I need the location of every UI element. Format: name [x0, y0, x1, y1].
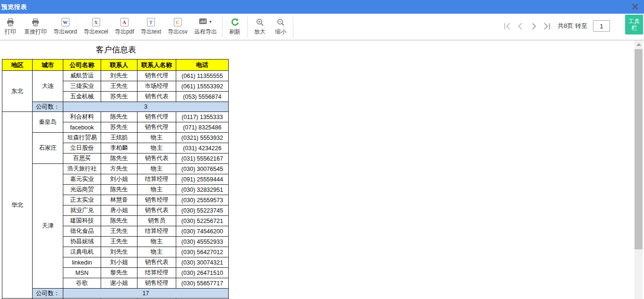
phone-cell: (091) 25559444 [176, 174, 229, 185]
scrollbar-thumb[interactable] [635, 49, 643, 249]
company-cell: 浩天旅行社 [63, 164, 101, 174]
export-text-button[interactable]: T 导出text [137, 15, 164, 39]
contact-title-cell: 结算经理 [137, 174, 176, 185]
report-table-body: 东北大连威航货运刘先生销售代理(061) 11355555三捷实业王先生市场经理… [2, 71, 229, 299]
company-cell: 利合材料 [63, 112, 101, 122]
toolbar-button-label: 刷新 [229, 28, 240, 36]
contact-cell: 王先生 [101, 237, 137, 247]
phone-cell: (031) 55562167 [176, 154, 229, 164]
summary-label-cell: 公司数： [33, 289, 63, 299]
toolbar-button-label: 放大 [254, 28, 266, 36]
toolbar-button-label: 打印 [5, 28, 16, 36]
column-header: 公司名称 [63, 60, 101, 71]
contact-title-cell: 市场经理 [137, 81, 176, 92]
company-cell: 建国科技 [63, 216, 101, 226]
phone-cell: (030) 26471510 [176, 268, 229, 278]
word-file-icon: W [61, 17, 69, 27]
column-header: 地区 [2, 60, 33, 71]
company-cell: 德化食品 [63, 226, 101, 237]
page-count-label: 共8页 转至 [558, 22, 587, 30]
export-excel-button[interactable]: X 导出excel [80, 15, 112, 39]
refresh-button[interactable]: 刷新 [224, 15, 245, 39]
contact-cell: 陈先生 [101, 216, 137, 226]
city-cell: 大连 [33, 71, 63, 102]
report-preview-area: 客户信息表 地区城市公司名称联系人联系人名称电话 东北大连威航货运刘先生销售代理… [0, 41, 644, 299]
contact-cell: 王先生 [101, 81, 137, 92]
print-button[interactable]: 打印 [0, 15, 21, 39]
phone-cell: (0321) 5553932 [176, 133, 229, 143]
company-cell: 就业广兑 [63, 205, 101, 216]
contact-cell: 刘先生 [101, 247, 137, 257]
company-cell: 坦森行贸易 [63, 133, 101, 143]
contact-cell: 陈先生 [101, 112, 137, 122]
scroll-up-icon[interactable] [635, 41, 643, 48]
close-icon[interactable] [632, 3, 638, 10]
contact-title-cell: 结算经理 [137, 268, 176, 278]
toolbar-button-label: 导出text [141, 28, 161, 36]
toolbar-separator [293, 17, 293, 37]
contact-title-cell: 物主 [137, 164, 176, 174]
zoom-in-icon [256, 17, 264, 27]
page-number-input[interactable] [593, 20, 610, 32]
table-row: 天津浩天旅行社方先生物主(030) 30076545 [2, 164, 229, 174]
phone-cell: (030) 45552933 [176, 237, 229, 247]
vertical-scrollbar[interactable] [635, 41, 643, 299]
tools-panel-button[interactable]: 工具栏 [625, 15, 643, 34]
contact-title-cell: 物主 [137, 143, 176, 154]
remote-export-icon [199, 18, 207, 26]
export-csv-button[interactable]: C 导出csv [164, 15, 191, 39]
printer-icon [6, 17, 15, 27]
contact-title-cell: 销售代表 [137, 205, 176, 216]
toolbar-button-label: 导出pdf [115, 28, 134, 36]
chevron-down-icon: ▼ [209, 20, 213, 24]
toolbar-button-label: 导出excel [84, 28, 108, 36]
contact-title-cell: 销售代理 [137, 112, 176, 122]
report-table-header: 地区城市公司名称联系人联系人名称电话 [2, 60, 229, 71]
summary-value-cell: 17 [63, 289, 229, 299]
contact-title-cell: 销售员 [137, 216, 176, 226]
contact-cell: 王先生 [101, 226, 137, 237]
contact-cell: 刘小姐 [101, 257, 137, 268]
zoom-in-button[interactable]: 放大 [249, 15, 270, 39]
contact-title-cell: 结算经理 [137, 226, 176, 237]
phone-cell: (053) 5556874 [176, 92, 229, 102]
toolbar-button-label: 缩小 [275, 28, 286, 36]
window-titlebar: 预览报表 [0, 0, 644, 14]
phone-cell: (071) 8325486 [176, 122, 229, 133]
export-pdf-button[interactable]: A 导出pdf [112, 15, 137, 39]
phone-cell: (030) 25559573 [176, 195, 229, 205]
excel-file-icon: X [92, 17, 100, 27]
contact-cell: 谢小姐 [101, 278, 137, 289]
export-word-button[interactable]: W 导出word [50, 15, 80, 39]
contact-cell: 刘小姐 [101, 174, 137, 185]
window-title: 预览报表 [1, 3, 27, 11]
phone-cell: (031) 4234226 [176, 143, 229, 154]
remote-export-button[interactable]: ▼ 远程导出 [191, 15, 220, 39]
contact-cell: 方先生 [101, 164, 137, 174]
printer-icon [31, 17, 40, 27]
contact-title-cell: 销售代表 [137, 154, 176, 164]
phone-cell: (030) 52256721 [176, 216, 229, 226]
zoom-out-button[interactable]: 缩小 [270, 15, 291, 39]
contact-cell: 苏先生 [101, 92, 137, 102]
toolbar-separator [222, 17, 223, 37]
pagination: 共8页 转至 [502, 15, 610, 37]
company-cell: 正太实业 [63, 195, 101, 205]
text-file-icon: T [147, 17, 155, 27]
next-page-icon[interactable] [528, 21, 539, 31]
phone-cell: (030) 55223745 [176, 205, 229, 216]
contact-title-cell: 销售代表 [137, 257, 176, 268]
phone-cell: (0117) 1355333 [176, 112, 229, 122]
column-header: 联系人 [101, 60, 137, 71]
prev-page-icon[interactable] [515, 21, 525, 31]
refresh-icon [231, 17, 240, 27]
contact-cell: 王炫皓 [101, 133, 137, 143]
first-page-icon[interactable] [502, 21, 512, 31]
contact-title-cell: 销售经理 [137, 278, 176, 289]
direct-print-button[interactable]: 直接打印 [21, 15, 50, 39]
region-cell: 华北 [2, 112, 33, 299]
phone-cell: (061) 15553392 [176, 81, 229, 92]
summary-row: 公司数：3 [2, 102, 229, 112]
last-page-icon[interactable] [541, 21, 552, 31]
toolbar-button-label: 直接打印 [24, 28, 47, 36]
